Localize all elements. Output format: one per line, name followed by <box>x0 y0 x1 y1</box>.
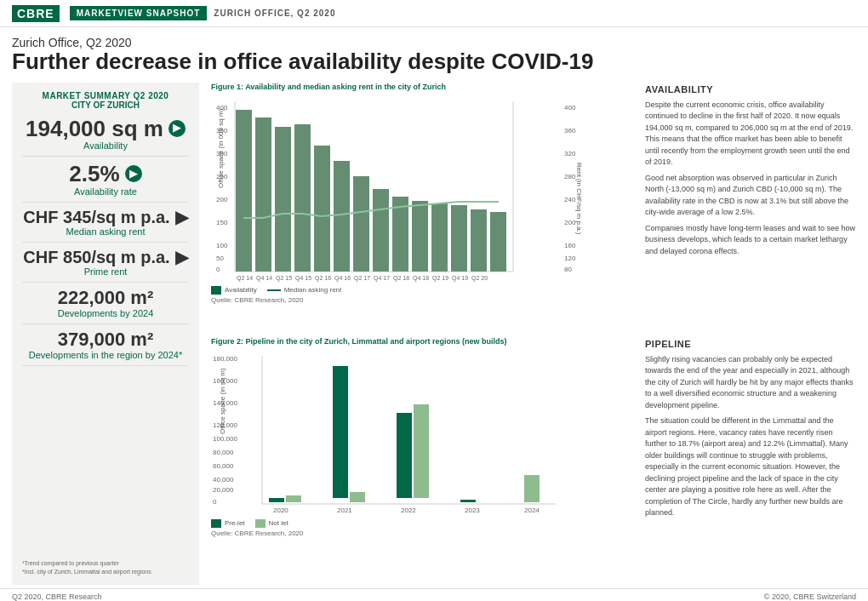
svg-text:Q4 18: Q4 18 <box>413 275 429 282</box>
svg-text:200: 200 <box>564 219 576 226</box>
stat-dev-label: Developments by 2024 <box>22 308 189 318</box>
chart1-svg: 400 350 300 250 200 150 100 50 0 400 360… <box>211 94 633 282</box>
svg-rect-26 <box>353 176 369 272</box>
header-subtitle: ZURICH OFFICE, Q2 2020 <box>214 9 335 18</box>
svg-text:Q4 14: Q4 14 <box>256 275 272 282</box>
footnote-2: *Incl. city of Zurich, Limmattal and air… <box>22 568 189 576</box>
svg-rect-65 <box>397 413 412 498</box>
svg-text:20,000: 20,000 <box>213 486 234 494</box>
svg-text:80: 80 <box>564 266 572 273</box>
title-main: Further decrease in office availability … <box>12 49 856 74</box>
svg-text:Q2 20: Q2 20 <box>471 275 488 282</box>
stat-dev-2024: 222,000 m² Developments by 2024 <box>22 288 189 324</box>
svg-text:Q2 14: Q2 14 <box>237 275 253 282</box>
svg-text:100,000: 100,000 <box>213 435 237 443</box>
svg-text:240: 240 <box>564 196 576 203</box>
svg-text:40,000: 40,000 <box>213 476 234 484</box>
svg-rect-66 <box>414 404 429 498</box>
svg-rect-24 <box>314 146 330 272</box>
svg-text:150: 150 <box>216 219 228 226</box>
pipeline-heading: PIPELINE <box>645 339 856 349</box>
svg-text:160: 160 <box>564 242 576 249</box>
svg-text:0: 0 <box>213 498 217 506</box>
stat-dev-region: 379,000 m² Developments in the region by… <box>22 329 189 366</box>
svg-text:Q2 16: Q2 16 <box>315 275 331 282</box>
svg-rect-33 <box>490 212 506 272</box>
svg-rect-68 <box>524 475 540 502</box>
svg-text:360: 360 <box>564 127 576 135</box>
stat-median-label: Median asking rent <box>22 226 189 237</box>
legend-availability: Availability <box>211 286 257 295</box>
svg-rect-20 <box>236 110 252 272</box>
stat-availability-label: Availability <box>22 140 189 151</box>
right-panel: AVAILABILITY Despite the current economi… <box>645 83 856 585</box>
chart2-legend: Pre-let Not let <box>211 519 633 528</box>
stat-availability-rate: 2.5% ▶ Availability rate <box>22 162 189 203</box>
stat-dev-region-label: Developments in the region by 2024* <box>22 350 189 360</box>
title-section: Zurich Office, Q2 2020 Further decrease … <box>0 27 868 79</box>
svg-text:Q4 19: Q4 19 <box>452 275 468 282</box>
svg-rect-32 <box>471 209 487 272</box>
svg-rect-25 <box>334 161 350 272</box>
svg-text:2020: 2020 <box>273 507 288 514</box>
svg-text:Q4 16: Q4 16 <box>334 275 351 282</box>
svg-rect-22 <box>275 127 291 272</box>
svg-rect-62 <box>286 495 301 502</box>
stat-dev-value: 222,000 m² <box>22 288 189 308</box>
svg-text:80,000: 80,000 <box>213 449 234 456</box>
footnote-1: ¹Trend compared to previous quarter <box>22 559 189 568</box>
cbre-logo: CBRE <box>12 5 60 22</box>
svg-text:0: 0 <box>216 266 220 273</box>
svg-rect-67 <box>460 500 476 502</box>
svg-text:Rent (in CHF/sq m p.a.): Rent (in CHF/sq m p.a.) <box>575 163 583 235</box>
legend-bar-notlet <box>255 519 266 528</box>
chart2-title: Figure 2: Pipeline in the city of Zurich… <box>211 337 633 346</box>
svg-rect-61 <box>269 498 284 502</box>
stat-availability: 194,000 sq m ▶ Availability <box>22 117 189 157</box>
stat-prime-value: CHF 850/sq m p.a. ▶ <box>22 248 189 266</box>
svg-text:400: 400 <box>564 104 576 112</box>
main-content: MARKET SUMMARY Q2 2020 CITY OF ZURICH 19… <box>0 79 868 588</box>
chart2-container: Figure 2: Pipeline in the city of Zurich… <box>211 337 633 585</box>
chart1-container: Figure 1: Availability and median asking… <box>211 83 633 330</box>
market-summary-title: MARKET SUMMARY Q2 2020 <box>22 91 189 100</box>
footer: Q2 2020, CBRE Research © 2020, CBRE Swit… <box>0 588 868 601</box>
svg-text:60,000: 60,000 <box>213 462 234 470</box>
svg-text:2021: 2021 <box>337 507 352 514</box>
availability-section: AVAILABILITY Despite the current economi… <box>645 84 856 330</box>
arrow-median: ▶ <box>175 208 188 226</box>
market-summary-loc: CITY OF ZURICH <box>22 100 189 110</box>
availability-text3: Companies mostly have long-term leases a… <box>645 223 856 258</box>
legend-line-median <box>267 289 281 291</box>
svg-text:120: 120 <box>564 255 576 262</box>
pipeline-text2: The situation could be different in the … <box>645 415 856 519</box>
pipeline-section: PIPELINE Slightly rising vacancies can p… <box>645 339 856 585</box>
svg-text:180,000: 180,000 <box>213 355 237 363</box>
svg-text:50: 50 <box>216 255 224 262</box>
svg-text:2022: 2022 <box>401 507 416 514</box>
svg-rect-27 <box>373 189 389 272</box>
header: CBRE MARKETVIEW SNAPSHOT ZURICH OFFICE, … <box>0 0 868 27</box>
stat-prime-rent: CHF 850/sq m p.a. ▶ Prime rent <box>22 248 189 283</box>
svg-text:Q2 17: Q2 17 <box>354 275 370 282</box>
chart2-svg: 180,000 160,000 140,000 120,000 100,000 … <box>211 349 633 515</box>
svg-rect-21 <box>255 117 271 272</box>
arrow-availability: ▶ <box>168 120 186 137</box>
footnotes: ¹Trend compared to previous quarter *Inc… <box>22 559 189 576</box>
availability-heading: AVAILABILITY <box>645 84 856 94</box>
svg-text:Q2 18: Q2 18 <box>393 275 409 282</box>
legend-median-rent: Median asking rent <box>267 286 342 294</box>
svg-rect-29 <box>412 201 428 272</box>
svg-text:Q2 15: Q2 15 <box>276 275 292 282</box>
stat-median-value: CHF 345/sq m p.a. ▶ <box>22 208 189 226</box>
svg-text:Office space (in 000 sq m): Office space (in 000 sq m) <box>217 108 225 188</box>
chart2-source: Quelle: CBRE Research, 2020 <box>211 529 633 537</box>
stat-dev-region-value: 379,000 m² <box>22 329 189 350</box>
legend-notlet: Not let <box>255 519 288 528</box>
svg-text:320: 320 <box>564 150 576 157</box>
svg-text:280: 280 <box>564 173 576 180</box>
svg-text:Q4 15: Q4 15 <box>295 275 311 282</box>
legend-prelet: Pre-let <box>211 519 245 528</box>
stat-median-rent: CHF 345/sq m p.a. ▶ Median asking rent <box>22 208 189 243</box>
svg-text:Q4 17: Q4 17 <box>374 275 390 282</box>
